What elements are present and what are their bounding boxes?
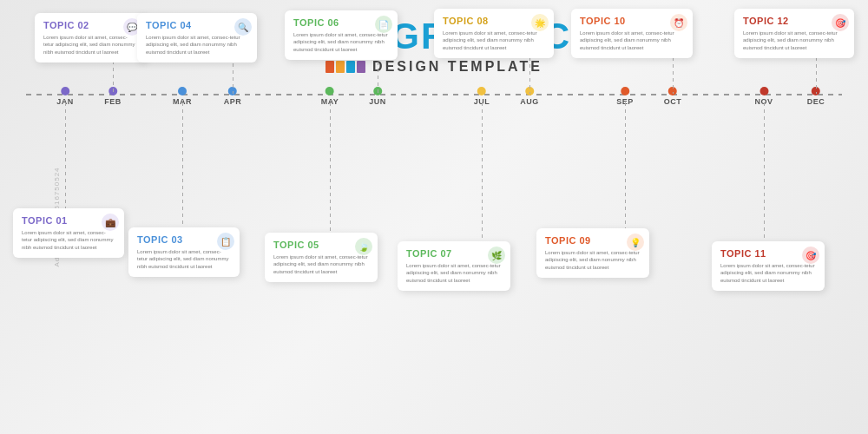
topic-10-title: TOPIC 10 [580,16,684,26]
topic-05-body: Lorem ipsum dolor sit amet, consec-tetur… [273,253,369,275]
topic-08-icon: 🌟 [531,14,549,31]
topic-09-icon: 💡 [627,233,644,251]
label-jun: JUN [369,97,386,106]
topic-card-03: TOPIC 03 📋 Lorem ipsum dolor sit amet, c… [128,227,240,277]
connector-02 [113,61,114,94]
dot-jul [477,87,486,95]
topic-12-body: Lorem ipsum dolor sit amet, consec-tetur… [743,30,845,51]
topic-06-icon: 📄 [375,16,392,33]
topic-05-icon: 🍃 [355,238,372,255]
timeline-line [26,94,842,95]
color-bars [326,61,365,73]
bar-1 [326,61,334,73]
topic-04-body: Lorem ipsum dolor sit amet, consec-tetur… [146,34,248,56]
dot-nov [760,87,768,95]
topic-10-body: Lorem ipsum dolor sit amet, consec-tetur… [580,30,684,51]
topic-08-body: Lorem ipsum dolor sit amet, consec-tetur… [443,30,545,51]
dot-mar [178,87,187,95]
connector-11 [764,102,765,243]
topic-08-title: TOPIC 08 [443,16,545,26]
topic-12-title: TOPIC 12 [743,16,845,26]
topic-card-05: TOPIC 05 🍃 Lorem ipsum dolor sit amet, c… [265,233,378,282]
topic-card-10: TOPIC 10 ⏰ Lorem ipsum dolor sit amet, c… [571,9,693,58]
topic-09-body: Lorem ipsum dolor sit amet, consec-tetur… [545,249,641,271]
label-dec: DEC [807,97,825,106]
topic-card-01: TOPIC 01 💼 Lorem ipsum dolor sit amet, c… [13,208,124,258]
topic-11-body: Lorem ipsum dolor sit amet, consec-tetur… [720,262,816,284]
topic-01-body: Lorem ipsum dolor sit amet, consec-tetur… [22,229,115,251]
connector-07 [482,102,483,243]
topic-07-body: Lorem ipsum dolor sit amet, consec-tetur… [406,262,502,284]
dot-may [326,87,334,95]
topic-card-04: TOPIC 04 🔍 Lorem ipsum dolor sit amet, c… [137,13,257,62]
connector-03 [182,102,183,226]
topic-card-07: TOPIC 07 🌿 Lorem ipsum dolor sit amet, c… [398,241,510,291]
topic-card-06: TOPIC 06 📄 Lorem ipsum dolor sit amet, c… [285,10,398,60]
connector-05 [330,102,331,233]
dot-jan [61,87,69,95]
topic-card-12: TOPIC 12 🎯 Lorem ipsum dolor sit amet, c… [734,9,854,58]
topic-06-body: Lorem ipsum dolor sit amet, consec-tetur… [293,31,389,53]
topic-card-02: TOPIC 02 💬 Lorem ipsum dolor sit amet, c… [35,13,146,62]
connector-09 [625,102,626,230]
topic-card-11: TOPIC 11 🎯 Lorem ipsum dolor sit amet, c… [712,241,825,291]
topic-12-icon: 🎯 [832,14,849,31]
topic-07-icon: 🌿 [488,247,505,264]
label-oct: OCT [664,97,682,106]
bar-3 [346,61,355,73]
topic-10-icon: ⏰ [670,14,687,31]
label-feb: FEB [104,97,122,106]
subtitle-text: DESIGN TEMPLATE [372,59,542,75]
topic-04-icon: 🔍 [234,18,252,36]
topic-03-icon: 📋 [217,233,234,250]
label-apr: APR [224,97,242,106]
topic-card-09: TOPIC 09 💡 Lorem ipsum dolor sit amet, c… [536,228,649,278]
topic-11-icon: 🎯 [802,247,819,264]
connector-01 [65,102,66,208]
topic-04-title: TOPIC 04 [146,20,248,30]
label-aug: AUG [520,97,539,106]
dot-sep [621,87,629,95]
topic-03-body: Lorem ipsum dolor sit amet, consec-tetur… [137,248,231,270]
bar-2 [336,61,345,73]
topic-card-08: TOPIC 08 🌟 Lorem ipsum dolor sit amet, c… [434,9,554,58]
topic-02-body: Lorem ipsum dolor sit amet, consec-tetur… [43,34,137,56]
topic-01-icon: 💼 [102,214,119,231]
bar-4 [357,61,365,73]
